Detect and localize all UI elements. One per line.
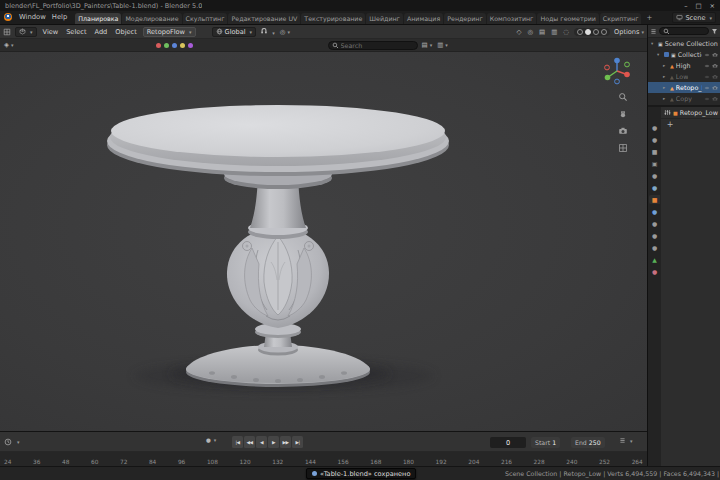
properties-tab[interactable]: ● (649, 219, 660, 228)
disclosure-arrow-icon[interactable]: ▾ (651, 41, 656, 46)
menubar-item[interactable]: Help (49, 13, 71, 24)
shading-mode-button[interactable] (577, 29, 583, 35)
outliner-row[interactable]: ▸ ▲ Retopo_Low (648, 82, 720, 93)
transport-button[interactable]: |◀ (232, 436, 243, 448)
retopoflow-menu[interactable]: RetopoFlow (143, 27, 196, 37)
outliner-item-label[interactable]: High (676, 62, 691, 70)
options-dropdown[interactable]: Options (614, 28, 644, 36)
transport-button[interactable]: ◀ (256, 436, 267, 448)
tool-color-dot[interactable] (164, 43, 169, 48)
shading-mode-button[interactable] (601, 29, 607, 35)
editor-type-3d-viewport-icon[interactable] (3, 28, 11, 36)
camera-icon[interactable] (712, 96, 718, 102)
properties-tab[interactable]: ● (649, 171, 660, 180)
viewport-menu-item[interactable]: View (41, 28, 61, 36)
disclosure-arrow-icon[interactable]: ▾ (657, 52, 662, 57)
scene-selector[interactable]: Scene (672, 12, 716, 23)
outliner-search-input[interactable] (672, 28, 705, 35)
camera-icon[interactable] (712, 52, 718, 58)
disclosure-arrow-icon[interactable]: ▸ (663, 96, 668, 101)
camera-view-icon[interactable] (618, 126, 628, 136)
breadcrumb-object-name[interactable]: Retopo_Low (680, 109, 718, 117)
frame-end-field[interactable]: End 250 (571, 437, 605, 448)
eye-icon[interactable] (704, 96, 710, 102)
overlay-icon[interactable]: ◌ (562, 28, 570, 36)
transport-button[interactable]: ▶ (268, 436, 279, 448)
display-mode-icon[interactable]: ▤ (421, 41, 434, 49)
disclosure-arrow-icon[interactable]: ▸ (663, 63, 668, 68)
tool-color-dot[interactable] (156, 43, 161, 48)
properties-tab[interactable]: ● (649, 231, 660, 240)
camera-icon[interactable] (712, 85, 718, 91)
workspace-tab[interactable]: Текстурирование (301, 13, 365, 24)
add-button[interactable]: + (665, 121, 675, 129)
shading-mode-button[interactable] (593, 29, 599, 35)
zoom-icon[interactable] (618, 92, 628, 102)
outliner-item-label[interactable]: Collection (678, 51, 702, 59)
outliner-row[interactable]: ▾ ▣ Scene Collection (648, 38, 720, 49)
viewport-search[interactable] (328, 41, 418, 50)
properties-tab[interactable]: ● (649, 207, 660, 216)
current-frame-field[interactable]: 0 (490, 437, 526, 448)
editor-type-outliner-icon[interactable] (650, 28, 657, 35)
mode-selector[interactable] (15, 27, 37, 37)
overlay-icon[interactable]: ◎ (526, 28, 534, 36)
outliner-item-label[interactable]: Copy (676, 95, 692, 103)
transport-button[interactable]: ◀◀ (244, 436, 255, 448)
disclosure-arrow-icon[interactable]: ▸ (663, 74, 668, 79)
tool-settings-icon[interactable]: ◈ (3, 41, 15, 49)
viewport-canvas[interactable] (0, 52, 647, 431)
outliner-search[interactable] (659, 27, 709, 35)
properties-tab[interactable]: ● (649, 135, 660, 144)
workspace-tab[interactable]: Анимация (404, 13, 443, 24)
workspace-tab[interactable]: Скульптинг (183, 13, 228, 24)
viewport-menu-item[interactable]: Select (64, 28, 88, 36)
eye-icon[interactable] (704, 74, 710, 80)
menubar-item[interactable]: Window (16, 13, 49, 24)
outliner-row[interactable]: ▸ ▲ High (648, 60, 720, 71)
workspace-tab[interactable]: Редактирование UV (228, 13, 300, 24)
editor-type-properties-icon[interactable] (664, 109, 671, 116)
outliner-row[interactable]: ▸ ▲ Low (648, 71, 720, 82)
tool-color-dot[interactable] (188, 43, 193, 48)
add-workspace-button[interactable]: + (642, 14, 656, 24)
workspace-tab[interactable]: Композитинг (487, 13, 537, 24)
minimize-button[interactable]: – (684, 2, 687, 10)
overlay-icon[interactable]: ◇ (515, 28, 522, 36)
overlay-icon[interactable]: ▤ (538, 28, 546, 36)
workspace-tab[interactable]: Моделирование (122, 13, 181, 24)
close-button[interactable]: × (710, 2, 715, 10)
properties-tab[interactable]: ▲ (649, 255, 660, 264)
viewport-search-input[interactable] (341, 42, 414, 49)
frame-start-field[interactable]: Start 1 (531, 437, 560, 448)
transport-button[interactable]: ▶▶ (280, 436, 291, 448)
timeline-view-dropdown[interactable] (15, 437, 20, 446)
properties-tab[interactable]: ● (649, 267, 660, 276)
workspace-tab[interactable]: Рендеринг (444, 13, 486, 24)
workspace-tab[interactable]: Ноды геометрии (537, 13, 598, 24)
camera-icon[interactable] (712, 74, 718, 80)
perspective-toggle-icon[interactable] (618, 143, 628, 153)
eye-icon[interactable] (704, 63, 710, 69)
tool-color-dot[interactable] (172, 43, 177, 48)
transform-orientation-dropdown[interactable]: Global (212, 27, 257, 37)
properties-tab[interactable]: ● (649, 123, 660, 132)
eye-icon[interactable] (704, 52, 710, 58)
outliner-item-label[interactable]: Scene Collection (665, 40, 718, 48)
workspace-tab[interactable]: Планировка (75, 13, 121, 24)
workspace-tab[interactable]: Скриптинг (600, 13, 642, 24)
maximize-button[interactable]: □ (695, 2, 701, 10)
filter-list-icon[interactable]: ▥ (436, 41, 449, 49)
collection-checkbox[interactable] (664, 52, 669, 57)
timeline-ruler[interactable]: 2436486072849610812013214415616818019220… (0, 452, 647, 466)
viewport-menu-item[interactable]: Object (113, 28, 138, 36)
viewport-menu-item[interactable]: Add (93, 28, 110, 36)
workspace-tab[interactable]: Шейдинг (366, 13, 403, 24)
filter-funnel-icon[interactable] (711, 28, 718, 35)
disclosure-arrow-icon[interactable]: ▸ (663, 85, 668, 90)
transport-button[interactable]: ▶| (292, 436, 303, 448)
auto-keying-toggle[interactable]: ● (206, 437, 216, 443)
camera-icon[interactable] (712, 63, 718, 69)
properties-tab[interactable]: ● (649, 243, 660, 252)
properties-tab[interactable]: ▣ (649, 159, 660, 168)
